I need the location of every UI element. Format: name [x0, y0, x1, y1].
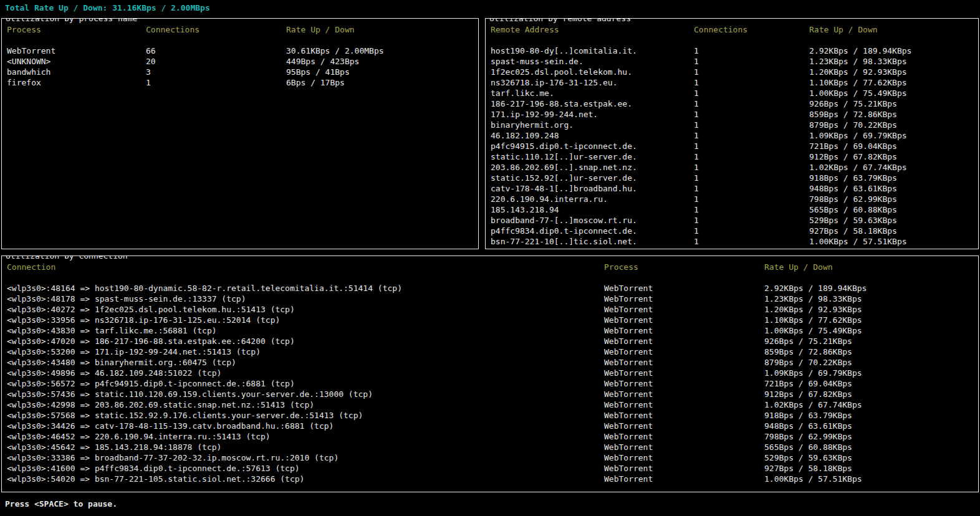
table-cell: 918Bps / 63.79KBps [809, 173, 978, 183]
table-cell: bsn-77-221-10[..]tic.siol.net. [491, 236, 694, 247]
table-cell: <wlp3s0>:46452 => 220.6.190.94.interra.r… [7, 431, 604, 442]
table-cell: <wlp3s0>:34426 => catv-178-48-115-139.ca… [7, 421, 604, 431]
table-cell: 66 [146, 45, 286, 56]
total-rate-summary: Total Rate Up / Down: 31.16KBps / 2.00MB… [0, 0, 980, 13]
table-cell: firefox [7, 77, 146, 88]
table-row: <wlp3s0>:33386 => broadband-77-37-202-32… [2, 452, 978, 463]
table-row: bandwhich395Bps / 41Bps [2, 67, 478, 77]
table-row: 203.86.202.69[..].snap.net.nz.11.02KBps … [486, 162, 978, 173]
table-cell: <wlp3s0>:42998 => 203.86.202.69.static.s… [7, 399, 604, 410]
table-cell: 46.182.109.248 [491, 130, 694, 141]
table-cell: WebTorrent [604, 283, 764, 294]
table-row: <wlp3s0>:43830 => tarf.likc.me.:56881 (t… [2, 325, 978, 336]
table-row: static.110.12[..]ur-server.de.1912Bps / … [486, 151, 978, 162]
table-row: 1f2ec025.dsl.pool.telekom.hu.11.20KBps /… [486, 67, 978, 77]
table-cell: host190-80-dy[..]comitalia.it. [491, 45, 694, 56]
table-row: broadband-77-[..]moscow.rt.ru.1529Bps / … [486, 215, 978, 226]
table-row: WebTorrent6630.61KBps / 2.00MBps [2, 45, 478, 56]
table-cell: static.110.12[..]ur-server.de. [491, 151, 694, 162]
table-cell: 1.02KBps / 67.74KBps [809, 162, 978, 173]
column-header-row: ConnectionProcessRate Up / Down [2, 262, 978, 272]
column-header: Connections [146, 24, 286, 35]
table-row: binaryhermit.org.1879Bps / 70.22KBps [486, 120, 978, 130]
table-cell: broadband-77-[..]moscow.rt.ru. [491, 215, 694, 226]
table-cell: 948Bps / 63.61KBps [809, 183, 978, 194]
panel-title-process: Utilization by process name [5, 18, 138, 24]
table-cell: 879Bps / 70.22KBps [764, 357, 978, 368]
table-cell: 927Bps / 58.18KBps [809, 226, 978, 236]
table-cell: WebTorrent [604, 378, 764, 389]
table-cell: 1 [694, 183, 809, 194]
table-cell: <wlp3s0>:47020 => 186-217-196-88.sta.est… [7, 336, 604, 346]
table-row: <wlp3s0>:34426 => catv-178-48-115-139.ca… [2, 421, 978, 431]
table-cell: p4ffc9834.dip0.t-ipconnect.de. [491, 226, 694, 236]
table-cell: 203.86.202.69[..].snap.net.nz. [491, 162, 694, 173]
table-cell: 1 [694, 45, 809, 56]
panel-title-remote: Utilization by remote address [489, 18, 632, 24]
panel-remote-utilization: Utilization by remote address Remote Add… [485, 18, 979, 249]
table-cell: 1 [694, 204, 809, 215]
table-cell: 220.6.190.94.interra.ru. [491, 194, 694, 204]
table-cell: 2.92KBps / 189.94KBps [809, 45, 978, 56]
remote-address-table: Remote AddressConnectionsRate Up / Downh… [486, 24, 978, 247]
table-cell: WebTorrent [604, 368, 764, 378]
table-cell: WebTorrent [604, 421, 764, 431]
table-cell: WebTorrent [604, 431, 764, 442]
table-cell: 798Bps / 62.99KBps [809, 194, 978, 204]
table-row: <wlp3s0>:48164 => host190-80-dynamic.58-… [2, 283, 978, 294]
table-cell: <wlp3s0>:49896 => 46.182.109.248:51022 (… [7, 368, 604, 378]
connection-table: ConnectionProcessRate Up / Down<wlp3s0>:… [2, 262, 978, 484]
table-cell: 1.23KBps / 98.33KBps [764, 294, 978, 304]
table-cell: WebTorrent [604, 389, 764, 399]
table-row: <wlp3s0>:33956 => ns326718.ip-176-31-125… [2, 315, 978, 325]
table-cell: WebTorrent [604, 463, 764, 474]
table-cell: 1.02KBps / 67.74KBps [764, 399, 978, 410]
table-cell: 1 [694, 130, 809, 141]
table-cell: 1.00KBps / 75.49KBps [809, 88, 978, 98]
table-row: ns326718.ip-176-31-125.eu.11.10KBps / 77… [486, 77, 978, 88]
table-cell: 20 [146, 56, 286, 67]
table-cell: 1 [694, 236, 809, 247]
table-cell: 1 [146, 77, 286, 88]
table-cell: WebTorrent [604, 336, 764, 346]
table-cell: 918Bps / 63.79KBps [764, 410, 978, 421]
table-cell: 948Bps / 63.61KBps [764, 421, 978, 431]
table-cell: WebTorrent [604, 304, 764, 315]
table-cell: 721Bps / 69.04KBps [764, 378, 978, 389]
table-cell: 1.10KBps / 77.62KBps [809, 77, 978, 88]
pause-hint: Press <SPACE> to pause. [0, 492, 980, 509]
column-header-row: Remote AddressConnectionsRate Up / Down [486, 24, 978, 35]
table-cell: <wlp3s0>:45642 => 185.143.218.94:18878 (… [7, 442, 604, 452]
table-row: <wlp3s0>:49896 => 46.182.109.248:51022 (… [2, 368, 978, 378]
table-row: 185.143.218.941565Bps / 60.88KBps [486, 204, 978, 215]
table-cell: 529Bps / 59.63KBps [764, 452, 978, 463]
table-cell: 1 [694, 67, 809, 77]
table-row: bsn-77-221-10[..]tic.siol.net.11.00KBps … [486, 236, 978, 247]
table-cell: <wlp3s0>:43830 => tarf.likc.me.:56881 (t… [7, 325, 604, 336]
column-header: Connection [7, 262, 604, 272]
table-cell: <wlp3s0>:57436 => static.110.120.69.159.… [7, 389, 604, 399]
table-row: <wlp3s0>:57436 => static.110.120.69.159.… [2, 389, 978, 399]
table-row: p4ffc9834.dip0.t-ipconnect.de.1927Bps / … [486, 226, 978, 236]
column-header: Rate Up / Down [809, 24, 978, 35]
table-cell: 6Bps / 17Bps [286, 77, 478, 88]
table-row: <wlp3s0>:54020 => bsn-77-221-105.static.… [2, 474, 978, 484]
table-row: <wlp3s0>:41600 => p4ffc9834.dip0.t-ipcon… [2, 463, 978, 474]
table-cell: <wlp3s0>:48164 => host190-80-dynamic.58-… [7, 283, 604, 294]
table-cell: <wlp3s0>:33956 => ns326718.ip-176-31-125… [7, 315, 604, 325]
terminal-screen[interactable]: Total Rate Up / Down: 31.16KBps / 2.00MB… [0, 0, 980, 516]
table-cell: 1.20KBps / 92.93KBps [809, 67, 978, 77]
table-cell: 1.10KBps / 77.62KBps [764, 315, 978, 325]
table-cell: 1.23KBps / 98.33KBps [809, 56, 978, 67]
table-cell: WebTorrent [604, 399, 764, 410]
table-cell: 721Bps / 69.04KBps [809, 141, 978, 151]
table-cell: catv-178-48-1[..]broadband.hu. [491, 183, 694, 194]
table-cell: 1.00KBps / 75.49KBps [764, 325, 978, 336]
table-row: static.152.92[..]ur-server.de.1918Bps / … [486, 173, 978, 183]
column-header: Process [604, 262, 764, 272]
table-cell: 1.00KBps / 57.51KBps [764, 474, 978, 484]
table-cell: 1 [694, 56, 809, 67]
table-cell: ns326718.ip-176-31-125.eu. [491, 77, 694, 88]
table-row: 46.182.109.24811.09KBps / 69.79KBps [486, 130, 978, 141]
table-cell: 1 [694, 151, 809, 162]
